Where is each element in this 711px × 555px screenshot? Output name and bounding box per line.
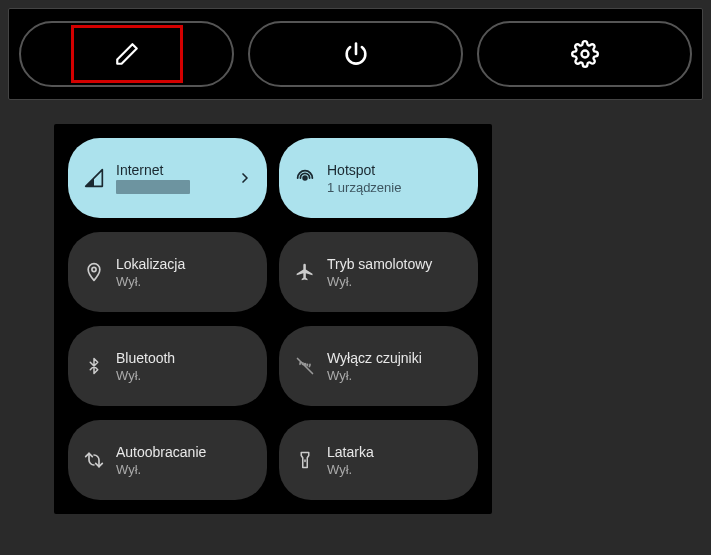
tile-subtitle: Wył. [327, 274, 464, 289]
hotspot-tile[interactable]: Hotspot 1 urządzenie [279, 138, 478, 218]
tile-subtitle: 1 urządzenie [327, 180, 464, 195]
tile-text: Autoobracanie Wył. [116, 444, 253, 477]
sensors-tile[interactable]: Wyłącz czujniki Wył. [279, 326, 478, 406]
tile-text: Bluetooth Wył. [116, 350, 253, 383]
tile-subtitle: Wył. [327, 462, 464, 477]
tile-title: Internet [116, 162, 227, 178]
bluetooth-tile[interactable]: Bluetooth Wył. [68, 326, 267, 406]
tile-title: Wyłącz czujniki [327, 350, 464, 366]
tile-title: Bluetooth [116, 350, 253, 366]
hotspot-icon [293, 166, 317, 190]
bluetooth-icon [82, 354, 106, 378]
chevron-right-icon [237, 170, 253, 186]
tile-text: Hotspot 1 urządzenie [327, 162, 464, 195]
tile-title: Lokalizacja [116, 256, 253, 272]
svg-point-0 [581, 51, 588, 58]
flashlight-icon [293, 448, 317, 472]
rotate-icon [82, 448, 106, 472]
internet-tile[interactable]: Internet [68, 138, 267, 218]
svg-point-2 [92, 267, 96, 271]
tile-subtitle: Wył. [327, 368, 464, 383]
airplane-icon [293, 260, 317, 284]
tile-text: Lokalizacja Wył. [116, 256, 253, 289]
power-icon [342, 40, 370, 68]
tile-text: Tryb samolotowy Wył. [327, 256, 464, 289]
gear-icon [571, 40, 599, 68]
flashlight-tile[interactable]: Latarka Wył. [279, 420, 478, 500]
signal-icon [82, 166, 106, 190]
tile-text: Internet [116, 162, 227, 194]
tile-title: Autoobracanie [116, 444, 253, 460]
tile-title: Hotspot [327, 162, 464, 178]
tile-text: Wyłącz czujniki Wył. [327, 350, 464, 383]
location-icon [82, 260, 106, 284]
tile-subtitle: Wył. [116, 274, 253, 289]
edit-button[interactable] [19, 21, 234, 87]
tile-title: Latarka [327, 444, 464, 460]
power-button[interactable] [248, 21, 463, 87]
edit-highlight [71, 25, 183, 83]
svg-point-1 [303, 176, 307, 180]
settings-button[interactable] [477, 21, 692, 87]
sensors-off-icon [293, 354, 317, 378]
airplane-tile[interactable]: Tryb samolotowy Wył. [279, 232, 478, 312]
tile-title: Tryb samolotowy [327, 256, 464, 272]
top-bar [8, 8, 703, 100]
location-tile[interactable]: Lokalizacja Wył. [68, 232, 267, 312]
quick-settings-panel: Internet Hotspot 1 urządzenie Lokalizacj… [54, 124, 492, 514]
autorotate-tile[interactable]: Autoobracanie Wył. [68, 420, 267, 500]
tile-text: Latarka Wył. [327, 444, 464, 477]
tile-subtitle-redacted [116, 180, 190, 194]
tile-subtitle: Wył. [116, 462, 253, 477]
tile-subtitle: Wył. [116, 368, 253, 383]
